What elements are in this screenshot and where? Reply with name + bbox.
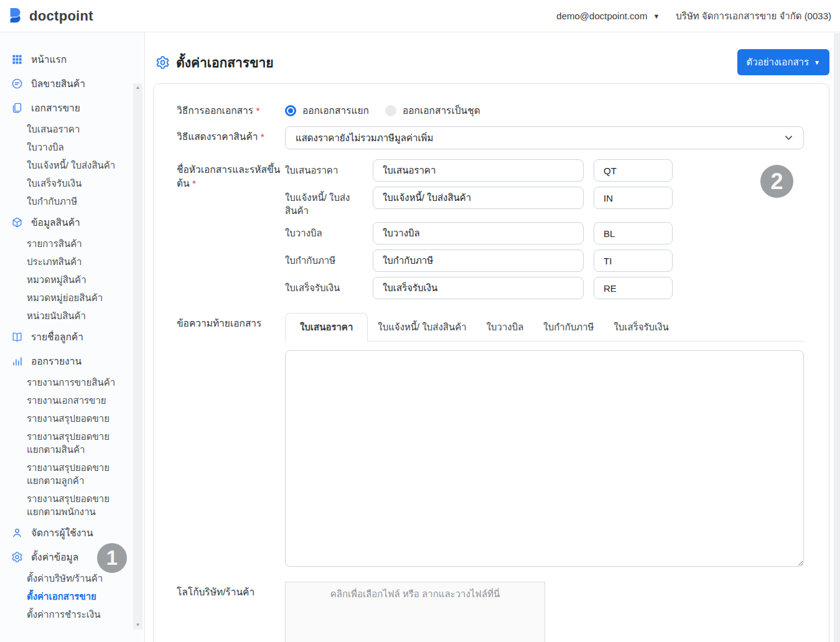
doc-code-input[interactable]: [594, 249, 673, 272]
sidebar-item[interactable]: หมวดหมู่สินค้า: [0, 271, 122, 289]
doc-title-input[interactable]: [373, 222, 584, 244]
brand[interactable]: doctpoint: [6, 7, 93, 26]
sidebar-scrollbar[interactable]: ▲ ▼: [133, 83, 142, 630]
sidebar-item-label: บิลขายสินค้า: [31, 76, 85, 91]
sidebar-item[interactable]: รายงานสรุปยอดขายแยกตามพนักงาน: [0, 490, 122, 521]
sidebar-item[interactable]: เอกสารขาย: [0, 96, 122, 120]
doc-title-input[interactable]: [373, 277, 584, 299]
receipt-icon: [11, 78, 23, 90]
radio-option-label: ออกเอกสารเป็นชุด: [403, 103, 480, 118]
sidebar-item-label: ออกรายงาน: [31, 353, 82, 369]
sidebar-item-label: รายงานสรุปยอดขายแยกตามสินค้า: [27, 431, 110, 455]
doc-title-input[interactable]: [373, 249, 584, 272]
sidebar-nav: หน้าแรกบิลขายสินค้าเอกสารขายใบเสนอราคาใบ…: [0, 47, 122, 623]
sidebar-item[interactable]: ตั้งค่าเอกสารขาย: [0, 587, 122, 605]
top-header: doctpoint demo@doctpoint.com ▼ บริษัท จั…: [0, 0, 840, 32]
sidebar-item[interactable]: ตั้งค่าการชำระเงิน: [0, 605, 122, 623]
brand-name: doctpoint: [29, 8, 93, 24]
sidebar-item[interactable]: ใบแจ้งหนี้/ ใบส่งสินค้า: [0, 156, 122, 174]
sidebar-item[interactable]: ใบกำกับภาษี: [0, 192, 122, 210]
page-scrollbar[interactable]: [834, 33, 840, 642]
doc-code-input[interactable]: [594, 277, 673, 299]
sidebar-item-label: ตั้งค่าเอกสารขาย: [27, 591, 96, 602]
sidebar-item[interactable]: บิลขายสินค้า: [0, 72, 122, 96]
step-badge-2: 2: [760, 165, 793, 198]
chart-icon: [11, 355, 23, 367]
doc-header-row: ใบแจ้งหนี้/ ใบส่งสินค้า: [285, 187, 804, 217]
sidebar-item[interactable]: รายชื่อลูกค้า: [0, 325, 122, 349]
sidebar-item[interactable]: หมวดหมู่ย่อยสินค้า: [0, 289, 122, 307]
sidebar-item-label: รายงานสรุปยอดขาย: [27, 413, 110, 424]
sidebar-item[interactable]: จัดการผู้ใช้งาน: [0, 521, 122, 545]
scroll-down-icon[interactable]: ▼: [136, 622, 141, 628]
main-content: ตั้งค่าเอกสารขาย ตัวอย่างเอกสาร ▼ วิธีกา…: [145, 32, 840, 642]
doc-code-input[interactable]: [594, 222, 673, 244]
footer-text-tab[interactable]: ใบเสร็จรับเงิน: [604, 314, 679, 341]
sidebar-item[interactable]: รายงานเอกสารขาย: [0, 391, 122, 409]
sidebar-item-label: ใบวางบิล: [27, 142, 64, 152]
document-preview-button[interactable]: ตัวอย่างเอกสาร ▼: [737, 49, 829, 75]
doc-type-label: ใบกำกับภาษี: [285, 249, 373, 267]
issue-method-radio-option[interactable]: ออกเอกสารเป็นชุด: [385, 103, 480, 118]
sidebar-item[interactable]: รายงานการขายสินค้า: [0, 373, 122, 391]
doc-type-label: ใบเสนอราคา: [285, 159, 373, 177]
sidebar-item[interactable]: ตั้งค่าบริษัท/ร้านค้า: [0, 569, 122, 587]
doc-header-row: ใบกำกับภาษี: [285, 249, 804, 272]
radio-selected-icon[interactable]: [285, 105, 296, 116]
preview-button-label: ตัวอย่างเอกสาร: [747, 55, 810, 70]
doc-title-input[interactable]: [373, 159, 584, 182]
sidebar-item[interactable]: หน้าแรก: [0, 47, 122, 72]
sidebar-item[interactable]: รายการสินค้า: [0, 235, 122, 253]
footer-text-tab[interactable]: ใบวางบิล: [477, 314, 534, 341]
sidebar-item-label: เอกสารขาย: [31, 100, 80, 116]
sidebar-item-label: รายงานการขายสินค้า: [27, 377, 115, 388]
sidebar-item[interactable]: หน่วยนับสินค้า: [0, 307, 122, 325]
radio-unselected-icon[interactable]: [385, 105, 396, 116]
sidebar-item-label: ใบเสนอราคา: [27, 124, 80, 134]
account-menu[interactable]: demo@doctpoint.com ▼: [556, 11, 660, 21]
sidebar-item-label: รายงานสรุปยอดขายแยกตามพนักงาน: [27, 493, 110, 517]
footer-text-tab[interactable]: ใบกำกับภาษี: [533, 314, 604, 341]
issue-method-radio-option[interactable]: ออกเอกสารแยก: [285, 103, 369, 118]
sidebar-item[interactable]: รายงานสรุปยอดขายแยกตามลูกค้า: [0, 458, 122, 490]
sidebar-item-label: หมวดหมู่สินค้า: [27, 274, 86, 285]
gear-icon: [11, 551, 23, 563]
page-title-text: ตั้งค่าเอกสารขาย: [176, 52, 274, 73]
sidebar-item-label: ตั้งค่าการชำระเงิน: [27, 609, 101, 620]
footer-text-label: ข้อความท้ายเอกสาร: [177, 313, 285, 330]
dropzone-hint: คลิกเพื่อเลือกไฟล์ หรือ ลากและวางไฟล์ที่…: [330, 587, 500, 602]
price-display-row: วิธีแสดงราคาสินค้า * แสดงราคายังไม่รวมภา…: [177, 126, 804, 149]
price-display-select[interactable]: แสดงราคายังไม่รวมภาษีมูลค่าเพิ่ม: [285, 126, 804, 149]
sidebar-item[interactable]: ใบเสร็จรับเงิน: [0, 174, 122, 192]
settings-card: วิธีการออกเอกสาร * ออกเอกสารแยกออกเอกสาร…: [153, 83, 829, 642]
sidebar-item[interactable]: ข้อมูลสินค้า: [0, 210, 122, 235]
sidebar-item[interactable]: ใบเสนอราคา: [0, 120, 122, 138]
page-head: ตั้งค่าเอกสารขาย ตัวอย่างเอกสาร ▼: [153, 49, 829, 75]
account-email: demo@doctpoint.com: [556, 11, 647, 21]
doc-header-row: ใบเสร็จรับเงิน: [285, 277, 804, 299]
doc-code-input[interactable]: [594, 187, 673, 209]
doc-title-input[interactable]: [373, 187, 584, 209]
issue-method-label: วิธีการออกเอกสาร *: [177, 100, 285, 118]
footer-text-tab[interactable]: ใบเสนอราคา: [285, 313, 368, 342]
sidebar-item[interactable]: ประเภทสินค้า: [0, 253, 122, 271]
box-icon: [11, 216, 23, 228]
caret-down-icon: ▼: [814, 59, 820, 66]
scroll-up-icon[interactable]: ▲: [136, 85, 141, 91]
logo-dropzone[interactable]: คลิกเพื่อเลือกไฟล์ หรือ ลากและวางไฟล์ที่…: [285, 582, 545, 642]
chevron-down-icon: [784, 133, 793, 142]
doc-code-input[interactable]: [594, 159, 673, 182]
sidebar-item[interactable]: รายงานสรุปยอดขาย: [0, 409, 122, 427]
price-display-label: วิธีแสดงราคาสินค้า *: [177, 126, 285, 144]
issue-method-options: ออกเอกสารแยกออกเอกสารเป็นชุด: [285, 100, 804, 118]
company-name: บริษัท จัดการเอกสารขาย จำกัด (0033): [676, 9, 831, 24]
sidebar-item[interactable]: ใบวางบิล: [0, 138, 122, 156]
user-icon: [11, 527, 23, 539]
footer-text-input[interactable]: [285, 350, 804, 567]
sidebar-item[interactable]: รายงานสรุปยอดขายแยกตามสินค้า: [0, 427, 122, 458]
logo-row: โลโก้บริษัท/ร้านค้า คลิกเพื่อเลือกไฟล์ ห…: [177, 582, 804, 642]
footer-text-tab[interactable]: ใบแจ้งหนี้/ ใบส่งสินค้า: [368, 314, 476, 341]
caret-down-icon: ▼: [653, 12, 660, 20]
page-title: ตั้งค่าเอกสารขาย: [156, 52, 274, 73]
sidebar-item[interactable]: ออกรายงาน: [0, 349, 122, 373]
